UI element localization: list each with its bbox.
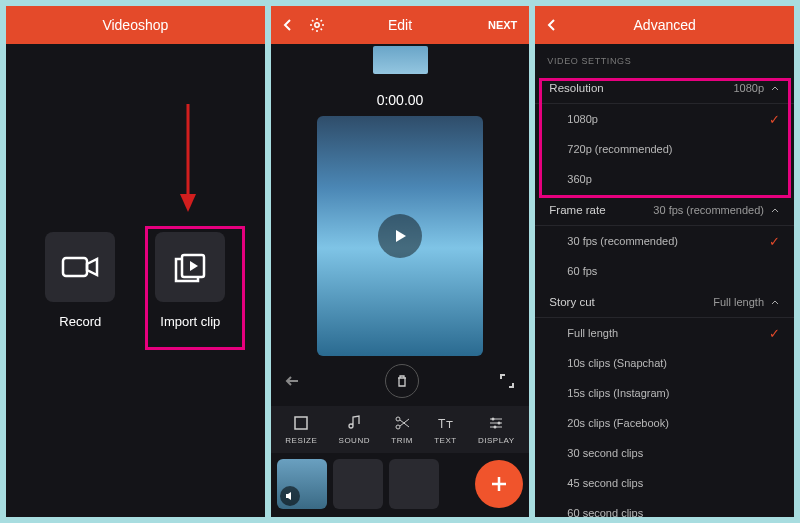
camera-icon (60, 252, 100, 282)
topbar: Advanced (535, 6, 794, 44)
app-title: Videoshop (102, 17, 168, 33)
record-label: Record (59, 314, 101, 329)
play-button[interactable] (378, 214, 422, 258)
tool-sound[interactable]: SOUND (339, 414, 370, 445)
speaker-icon (284, 490, 296, 502)
record-button[interactable] (45, 232, 115, 302)
text-icon: Tᴛ (436, 414, 454, 432)
clip-row (271, 453, 530, 517)
svg-rect-2 (63, 258, 87, 276)
import-tile[interactable]: Import clip (145, 232, 235, 329)
opt-framerate[interactable]: 60 fps (535, 256, 794, 286)
opt-resolution[interactable]: 360p (535, 164, 794, 194)
edit-title: Edit (388, 17, 412, 33)
mute-badge[interactable] (280, 486, 300, 506)
topbar: Edit NEXT (271, 6, 530, 44)
panel-videoshop: Videoshop Record Import clip (6, 6, 265, 517)
thumbnail-strip (271, 44, 530, 74)
fullscreen-icon[interactable] (499, 373, 515, 389)
svg-rect-7 (295, 417, 307, 429)
opt-storycut[interactable]: 45 second clips (535, 468, 794, 498)
svg-point-9 (396, 425, 400, 429)
tool-trim[interactable]: TRIM (391, 414, 413, 445)
clip-empty[interactable] (333, 459, 383, 509)
trash-icon (395, 374, 409, 388)
next-button[interactable]: NEXT (488, 19, 517, 31)
gear-icon[interactable] (309, 17, 325, 33)
row-storycut[interactable]: Story cut Full length (535, 286, 794, 318)
add-clip-button[interactable] (475, 460, 523, 508)
back-icon[interactable] (545, 18, 559, 32)
svg-text:Tᴛ: Tᴛ (438, 417, 453, 431)
tool-display[interactable]: DISPLAY (478, 414, 515, 445)
row-resolution[interactable]: Resolution 1080p (535, 72, 794, 104)
check-icon: ✓ (769, 326, 780, 341)
import-clip-icon (170, 247, 210, 287)
svg-point-13 (494, 426, 497, 429)
opt-resolution[interactable]: 1080p✓ (535, 104, 794, 134)
back-icon[interactable] (281, 18, 295, 32)
tool-resize[interactable]: RESIZE (285, 414, 317, 445)
opt-storycut[interactable]: 15s clips (Instagram) (535, 378, 794, 408)
clip-empty[interactable] (389, 459, 439, 509)
opt-storycut[interactable]: 10s clips (Snapchat) (535, 348, 794, 378)
opt-storycut[interactable]: 20s clips (Facebook) (535, 408, 794, 438)
opt-framerate[interactable]: 30 fps (recommended)✓ (535, 226, 794, 256)
clip-thumb[interactable] (277, 459, 327, 509)
chevron-up-icon (770, 297, 780, 307)
tool-text[interactable]: TᴛTEXT (434, 414, 456, 445)
opt-storycut[interactable]: Full length✓ (535, 318, 794, 348)
undo-icon[interactable] (285, 373, 305, 389)
svg-point-5 (314, 23, 318, 27)
svg-point-8 (396, 417, 400, 421)
section-header: VIDEO SETTINGS (535, 44, 794, 72)
record-tile[interactable]: Record (35, 232, 125, 329)
topbar: Videoshop (6, 6, 265, 44)
opt-storycut[interactable]: 60 second clips (535, 498, 794, 517)
resize-icon (292, 414, 310, 432)
row-framerate[interactable]: Frame rate 30 fps (recommended) (535, 194, 794, 226)
scissors-icon (393, 414, 411, 432)
panel-edit: Edit NEXT 0:00.00 RESIZE SOUND TRIM TᴛTE… (271, 6, 530, 517)
import-label: Import clip (160, 314, 220, 329)
check-icon: ✓ (769, 112, 780, 127)
svg-point-12 (498, 422, 501, 425)
thumbnail[interactable] (373, 46, 428, 74)
play-icon (392, 228, 408, 244)
import-button[interactable] (155, 232, 225, 302)
video-preview[interactable] (317, 116, 484, 356)
svg-marker-1 (180, 194, 196, 212)
preview-controls (271, 356, 530, 406)
panel-advanced: Advanced VIDEO SETTINGS Resolution 1080p… (535, 6, 794, 517)
opt-storycut[interactable]: 30 second clips (535, 438, 794, 468)
timer: 0:00.00 (271, 92, 530, 108)
svg-marker-6 (396, 230, 406, 242)
svg-point-11 (492, 418, 495, 421)
svg-marker-4 (190, 261, 198, 271)
chevron-up-icon (770, 83, 780, 93)
plus-icon (488, 473, 510, 495)
sliders-icon (487, 414, 505, 432)
advanced-title: Advanced (634, 17, 696, 33)
music-icon (345, 414, 363, 432)
opt-resolution[interactable]: 720p (recommended) (535, 134, 794, 164)
toolbar: RESIZE SOUND TRIM TᴛTEXT DISPLAY (271, 406, 530, 453)
delete-button[interactable] (385, 364, 419, 398)
check-icon: ✓ (769, 234, 780, 249)
chevron-up-icon (770, 205, 780, 215)
annotation-arrow-icon (176, 104, 200, 214)
